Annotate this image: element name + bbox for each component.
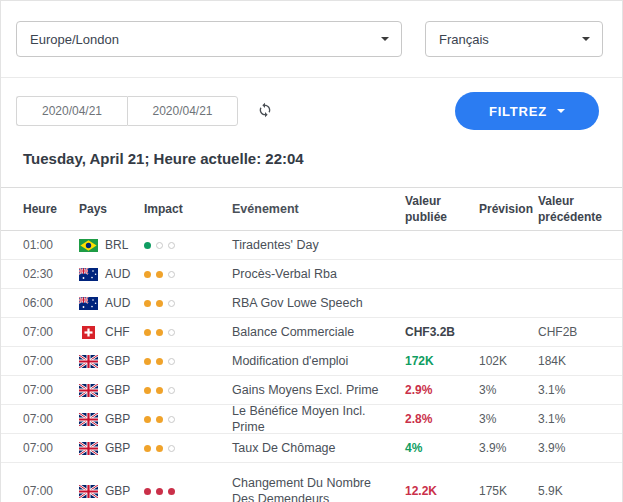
- event-time: 07:00: [23, 325, 79, 339]
- currency-code: AUD: [105, 267, 130, 281]
- chevron-down-icon: [582, 37, 590, 41]
- event-time: 07:00: [23, 383, 79, 397]
- country-flag: [79, 297, 98, 310]
- table-row: 07:00GBPTaux De Chômage4%3.9%3.9%: [1, 434, 622, 463]
- actual-value: 4%: [405, 441, 479, 455]
- date-to-input[interactable]: 2020/04/21: [127, 96, 238, 126]
- chevron-down-icon: [381, 37, 389, 41]
- impact-indicator: [144, 271, 232, 278]
- country-flag: [79, 413, 98, 426]
- event-name: Modification d'emploi: [232, 353, 405, 369]
- forecast-value: 3.9%: [479, 441, 538, 455]
- event-name: Le Bénéfice Moyen Incl. Prime: [232, 403, 405, 436]
- impact-dot: [156, 488, 163, 495]
- event-time: 01:00: [23, 238, 79, 252]
- table-row: 07:00CHFBalance CommercialeCHF3.2BCHF2B: [1, 318, 622, 347]
- events-table: HeurePaysImpactEvénementValeur publiéePr…: [1, 187, 622, 502]
- currency-code: CHF: [105, 325, 130, 339]
- impact-dot: [168, 300, 175, 307]
- previous-value: 3.1%: [538, 383, 614, 397]
- previous-value: 5.9K: [538, 484, 614, 498]
- currency-code: GBP: [105, 441, 130, 455]
- impact-dot: [168, 242, 175, 249]
- event-time: 02:30: [23, 267, 79, 281]
- forecast-value: 102K: [479, 354, 538, 368]
- currency-code: GBP: [105, 412, 130, 426]
- language-value: Français: [439, 32, 489, 47]
- impact-dot: [144, 271, 151, 278]
- impact-dot: [144, 488, 151, 495]
- column-header-impact: Impact: [144, 202, 232, 216]
- column-header-forecast: Prévision: [479, 202, 538, 216]
- impact-dot: [156, 445, 163, 452]
- forecast-value: 3%: [479, 383, 538, 397]
- country-flag: [79, 239, 98, 252]
- impact-dot: [156, 300, 163, 307]
- event-time: 07:00: [23, 354, 79, 368]
- country-flag: [79, 442, 98, 455]
- currency-code: BRL: [105, 238, 128, 252]
- event-name: Gains Moyens Excl. Prime: [232, 382, 405, 398]
- refresh-button[interactable]: [255, 101, 275, 121]
- language-select[interactable]: Français: [425, 21, 603, 57]
- table-body: 01:00BRLTiradentes' Day02:30AUDProcès-Ve…: [1, 231, 622, 502]
- actual-value: 12.2K: [405, 484, 479, 498]
- impact-dot: [144, 416, 151, 423]
- forecast-value: 175K: [479, 484, 538, 498]
- toolbar: Europe/London Français: [1, 1, 622, 78]
- impact-dot: [156, 358, 163, 365]
- impact-indicator: [144, 387, 232, 394]
- event-name: Balance Commerciale: [232, 324, 405, 340]
- filter-button[interactable]: FILTREZ: [455, 92, 599, 130]
- event-time: 07:00: [23, 484, 79, 498]
- currency-code: AUD: [105, 296, 130, 310]
- impact-indicator: [144, 358, 232, 365]
- economic-calendar-widget: Europe/London Français 2020/04/21 2020/0…: [0, 0, 623, 502]
- impact-dot: [168, 416, 175, 423]
- impact-dot: [144, 242, 151, 249]
- country-cell: GBP: [79, 441, 144, 455]
- event-name: RBA Gov Lowe Speech: [232, 295, 405, 311]
- impact-indicator: [144, 300, 232, 307]
- impact-dot: [156, 242, 163, 249]
- date-from-input[interactable]: 2020/04/21: [16, 96, 127, 126]
- impact-dot: [144, 329, 151, 336]
- table-row: 07:00GBPChangement Du Nombre Des Demende…: [1, 463, 622, 502]
- timezone-select[interactable]: Europe/London: [16, 21, 402, 57]
- country-cell: GBP: [79, 484, 144, 498]
- actual-value: 2.8%: [405, 412, 479, 426]
- event-time: 06:00: [23, 296, 79, 310]
- impact-dot: [156, 416, 163, 423]
- impact-indicator: [144, 416, 232, 423]
- country-flag: [79, 384, 98, 397]
- column-header-actual: Valeur publiée: [405, 193, 479, 225]
- event-name: Tiradentes' Day: [232, 237, 405, 253]
- country-flag: [79, 355, 98, 368]
- country-flag: [79, 326, 98, 339]
- actual-value: 2.9%: [405, 383, 479, 397]
- currency-code: GBP: [105, 354, 130, 368]
- event-name: Changement Du Nombre Des Demendeurs: [232, 475, 405, 502]
- table-row: 07:00GBPModification d'emploi172K102K184…: [1, 347, 622, 376]
- event-time: 07:00: [23, 441, 79, 455]
- impact-dot: [168, 329, 175, 336]
- impact-dot: [168, 271, 175, 278]
- impact-dot: [168, 445, 175, 452]
- previous-value: 3.1%: [538, 412, 614, 426]
- table-row: 02:30AUDProcès-Verbal Rba: [1, 260, 622, 289]
- column-header-country: Pays: [79, 202, 144, 216]
- page-title: Tuesday, April 21; Heure actuelle: 22:04: [23, 150, 622, 167]
- country-cell: GBP: [79, 354, 144, 368]
- impact-dot: [144, 445, 151, 452]
- previous-value: 184K: [538, 354, 614, 368]
- impact-indicator: [144, 445, 232, 452]
- actual-value: 172K: [405, 354, 479, 368]
- table-row: 07:00GBPGains Moyens Excl. Prime2.9%3%3.…: [1, 376, 622, 405]
- impact-dot: [156, 387, 163, 394]
- country-cell: BRL: [79, 238, 144, 252]
- country-cell: AUD: [79, 267, 144, 281]
- column-header-previous: Valeur précédente: [538, 193, 614, 225]
- country-flag: [79, 268, 98, 281]
- column-header-event: Evénement: [232, 201, 405, 217]
- filter-button-label: FILTREZ: [489, 104, 547, 119]
